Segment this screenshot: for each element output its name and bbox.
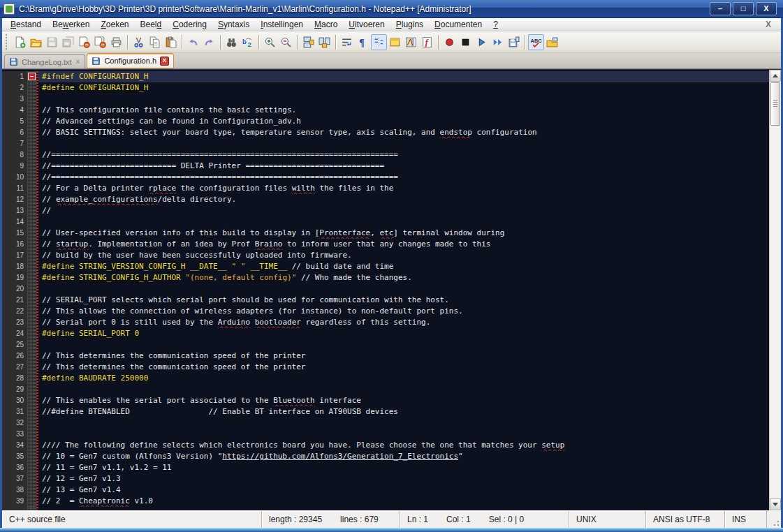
cut-icon[interactable] (131, 34, 147, 50)
code-line[interactable]: 29 (2, 384, 769, 395)
macro-stop-icon[interactable] (458, 34, 474, 50)
code-line[interactable]: 18#define STRING_VERSION_CONFIG_H __DATE… (2, 261, 769, 272)
sync-horizontal-icon[interactable] (316, 34, 332, 50)
code-line[interactable]: 14 (2, 216, 769, 228)
menu-beeld[interactable]: Beeld (134, 19, 167, 30)
code-line[interactable]: 16// startup. Implementation of an idea … (2, 239, 769, 250)
copy-icon[interactable] (147, 34, 163, 50)
fold-collapse-icon[interactable] (28, 73, 36, 80)
tab-close-icon[interactable]: × (160, 57, 169, 66)
tab-configuration-h[interactable]: Configuration.h× (87, 53, 174, 68)
code-line[interactable]: 24#define SERIAL_PORT 0 (2, 328, 769, 339)
menu-plugins[interactable]: Plugins (390, 19, 429, 30)
code-line[interactable]: 4// This configuration file contains the… (2, 105, 769, 116)
open-file-icon[interactable] (28, 34, 44, 50)
redo-icon[interactable] (201, 34, 217, 50)
close-file-icon[interactable] (76, 34, 92, 50)
macro-run-multiple-icon[interactable] (490, 34, 506, 50)
print-icon[interactable] (108, 34, 124, 50)
code-line[interactable]: 20 (2, 283, 769, 295)
code-line[interactable]: 21// SERIAL_PORT selects which serial po… (2, 295, 769, 306)
show-indent-guide-icon[interactable] (371, 34, 387, 50)
code-line[interactable]: 23// Serial port 0 is still used by the … (2, 317, 769, 328)
scrollbar-thumb[interactable] (770, 82, 780, 126)
find-icon[interactable] (224, 34, 240, 50)
menu-?[interactable]: ? (488, 19, 504, 30)
code-line[interactable]: 1#ifndef CONFIGURATION_H (2, 71, 769, 82)
macro-save-icon[interactable] (506, 34, 522, 50)
scroll-up-icon[interactable] (770, 70, 781, 82)
scrollbar-track[interactable] (770, 126, 781, 498)
code-line[interactable]: 38// 13 = Gen7 v1.4 (2, 485, 769, 496)
menu-macro[interactable]: Macro (309, 19, 343, 30)
code-line[interactable]: 6// BASIC SETTINGS: select your board ty… (2, 127, 769, 138)
code-line[interactable]: 5// Advanced settings can be found in Co… (2, 116, 769, 127)
code-line[interactable]: 26// This determines the communication s… (2, 350, 769, 362)
code-line[interactable]: 31//#define BTENABLED // Enable BT inter… (2, 406, 769, 418)
macro-play-icon[interactable] (474, 34, 490, 50)
code-line[interactable]: 35// 10 = Gen7 custom (Alfons3 Version) … (2, 451, 769, 462)
menu-bestand[interactable]: Bestand (5, 19, 47, 30)
menu-uitvoeren[interactable]: Uitvoeren (343, 19, 390, 30)
status-eol[interactable]: UNIX (569, 511, 646, 528)
code-line[interactable]: 33 (2, 429, 769, 440)
spell-check-icon[interactable]: ABC (528, 34, 544, 50)
close-all-icon[interactable] (92, 34, 108, 50)
code-line[interactable]: 30// This enables the serial port associ… (2, 395, 769, 406)
code-line[interactable]: 12// example_configurations/delta direct… (2, 194, 769, 205)
fold-margin[interactable] (27, 71, 36, 82)
menu-close-icon[interactable]: X (763, 20, 774, 29)
word-wrap-icon[interactable] (339, 34, 355, 50)
code-line[interactable]: 13// (2, 205, 769, 216)
code-line[interactable]: 10//====================================… (2, 172, 769, 183)
user-defined-dialog-icon[interactable] (387, 34, 403, 50)
sync-vertical-icon[interactable] (300, 34, 316, 50)
code-line[interactable]: 25 (2, 339, 769, 350)
tab-close-icon[interactable]: × (75, 59, 81, 66)
close-button[interactable]: X (756, 2, 777, 15)
replace-icon[interactable]: b2 (240, 34, 256, 50)
function-list-icon[interactable]: f (419, 34, 435, 50)
code-line[interactable]: 19#define STRING_CONFIG_H_AUTHOR "(none,… (2, 272, 769, 283)
code-line[interactable]: 2#define CONFIGURATION_H (2, 82, 769, 94)
tab-changelog-txt[interactable]: ChangeLog.txt× (4, 54, 85, 68)
code-line[interactable]: 17// build by the user have been success… (2, 250, 769, 261)
scroll-down-icon[interactable] (770, 498, 781, 510)
code-line[interactable]: 11// For a Delta printer rplace the conf… (2, 183, 769, 194)
vertical-scrollbar[interactable] (769, 70, 781, 510)
macro-record-icon[interactable] (441, 34, 458, 50)
show-all-characters-icon[interactable]: ¶ (355, 34, 371, 50)
code-line[interactable]: 28#define BAUDRATE 250000 (2, 373, 769, 384)
zoom-in-icon[interactable] (262, 34, 278, 50)
menu-bewerken[interactable]: Bewerken (47, 19, 95, 30)
menu-documenten[interactable]: Documenten (429, 19, 488, 30)
paste-icon[interactable] (163, 34, 179, 50)
code-line[interactable]: 7 (2, 138, 769, 149)
menu-syntaxis[interactable]: Syntaxis (212, 19, 255, 30)
editor-area[interactable]: 1#ifndef CONFIGURATION_H2#define CONFIGU… (2, 69, 781, 510)
code-link[interactable]: https://github.com/Alfons3/Generation_7_… (222, 452, 458, 461)
code-line[interactable]: 9//=========================== DELTA Pri… (2, 161, 769, 172)
code-line[interactable]: 39// 2 = Cheaptronic v1.0 (2, 496, 769, 507)
code-line[interactable]: 8//=====================================… (2, 149, 769, 161)
code-line[interactable]: 27// This determines the communication s… (2, 362, 769, 373)
resize-grip-icon[interactable] (767, 511, 781, 528)
code-line[interactable]: 36// 11 = Gen7 v1.1, v1.2 = 11 (2, 462, 769, 473)
menu-zoeken[interactable]: Zoeken (95, 19, 134, 30)
status-insert-mode[interactable]: INS (725, 511, 767, 528)
minimize-button[interactable]: – (710, 2, 731, 15)
code-line[interactable]: 15// User-specified version info of this… (2, 228, 769, 239)
code-line[interactable]: 3 (2, 94, 769, 105)
explorer-icon[interactable] (544, 34, 560, 50)
menu-instellingen[interactable]: Instellingen (255, 19, 309, 30)
code-line[interactable]: 32 (2, 418, 769, 429)
document-map-icon[interactable] (403, 34, 419, 50)
new-file-icon[interactable] (12, 34, 28, 50)
code-line[interactable]: 37// 12 = Gen7 v1.3 (2, 473, 769, 485)
maximize-button[interactable]: □ (733, 2, 754, 15)
code-line[interactable]: 34//// The following define selects whic… (2, 440, 769, 451)
menu-codering[interactable]: Codering (167, 19, 212, 30)
status-encoding[interactable]: ANSI as UTF-8 (646, 511, 725, 528)
code-line[interactable]: 22// This allows the connection of wirel… (2, 306, 769, 317)
undo-icon[interactable] (185, 34, 201, 50)
